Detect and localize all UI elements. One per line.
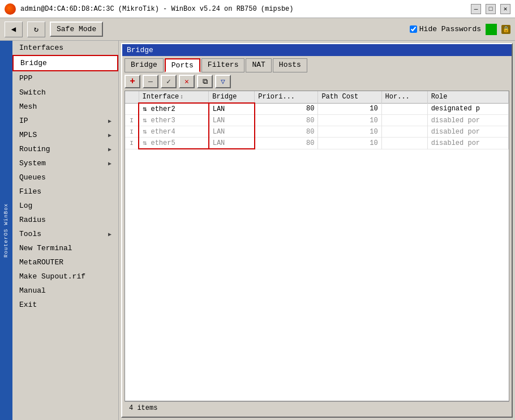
sidebar: RouterOS WinBox InterfacesBridgePPPSwitc… [0,41,119,420]
table-header-row: Interface ↕ Bridge Priori... Path Cost H… [125,91,509,103]
sidebar-item-bridge[interactable]: Bridge [12,55,118,71]
filter-button[interactable]: ▽ [215,75,231,88]
sidebar-label-exit: Exit [19,301,37,309]
minimize-button[interactable]: — [471,4,481,14]
sidebar-label-files: Files [19,187,41,196]
safe-mode-button[interactable]: Safe Mode [50,22,103,37]
sidebar-item-queues[interactable]: Queues [12,170,118,185]
tab-hosts[interactable]: Hosts [273,58,307,72]
add-button[interactable]: + [125,75,140,88]
lock-icon: 🔒 [501,25,510,34]
tab-nat[interactable]: NAT [246,58,271,72]
sidebar-item-make-supout[interactable]: Make Supout.rif [12,269,118,284]
cell-bridge: LAN [209,103,255,115]
sidebar-label-mpls: MPLS [19,131,37,139]
status-bar: 4 items [125,401,509,414]
bridge-window-title: Bridge [122,44,512,56]
submenu-arrow-icon: ▶ [108,231,111,238]
hide-passwords-checkbox-label[interactable]: Hide Passwords [410,25,481,33]
col-priority[interactable]: Priori... [255,91,318,103]
sidebar-item-exit[interactable]: Exit [12,298,118,312]
sidebar-item-manual[interactable]: Manual [12,284,118,298]
disable-button[interactable]: ✕ [179,75,195,88]
bridge-window: Bridge BridgePortsFiltersNATHosts + — ✓ … [121,43,513,418]
cell-priority: 80 [255,126,318,138]
app-icon [5,3,16,15]
sidebar-label-ppp: PPP [19,74,32,83]
col-bridge[interactable]: Bridge [209,91,255,103]
maximize-button[interactable]: □ [486,4,496,14]
sidebar-item-interfaces[interactable]: Interfaces [12,41,118,55]
tab-bridge[interactable]: Bridge [125,58,164,72]
cell-interface: ⇅ ether3 [139,115,209,126]
main-layout: RouterOS WinBox InterfacesBridgePPPSwitc… [0,41,515,420]
cell-role: disabled por [427,115,508,126]
sidebar-item-ip[interactable]: IP▶ [12,114,118,128]
tab-filters[interactable]: Filters [201,58,245,72]
title-controls: — □ ✕ [471,4,510,14]
sidebar-item-metarouter[interactable]: MetaROUTER [12,255,118,269]
table-row[interactable]: I⇅ ether5LAN8010disabled por [125,138,509,149]
sidebar-item-mpls[interactable]: MPLS▶ [12,128,118,142]
sidebar-item-tools[interactable]: Tools▶ [12,227,118,241]
cell-bridge: LAN [209,126,255,138]
close-button[interactable]: ✕ [500,4,510,14]
title-bar-left: admin@D4:CA:6D:D8:AC:3C (MikroTik) - Win… [5,3,293,15]
sidebar-item-mesh[interactable]: Mesh [12,100,118,114]
sidebar-item-switch[interactable]: Switch [12,85,118,100]
cell-flags: I [125,126,139,138]
edit-button[interactable]: ✓ [161,75,177,88]
sidebar-item-ppp[interactable]: PPP [12,71,118,85]
cell-bridge: LAN [209,138,255,149]
sidebar-label-routing: Routing [19,145,50,153]
sidebar-label-tools: Tools [19,230,41,238]
submenu-arrow-icon: ▶ [108,146,111,153]
ports-table: Interface ↕ Bridge Priori... Path Cost H… [125,91,509,401]
window-title: admin@D4:CA:6D:D8:AC:3C (MikroTik) - Win… [20,5,293,13]
sort-arrow-icon: ↕ [180,94,183,100]
sidebar-label-queues: Queues [19,173,46,182]
sidebar-item-routing[interactable]: Routing▶ [12,142,118,156]
cell-priority: 80 [255,115,318,126]
remove-button[interactable]: — [143,75,158,88]
tab-ports[interactable]: Ports [165,58,200,72]
sidebar-label-metarouter: MetaROUTER [19,258,63,267]
sidebar-item-files[interactable]: Files [12,185,118,199]
cell-interface: ⇅ ether5 [139,138,209,149]
col-path-cost[interactable]: Path Cost [318,91,381,103]
copy-button[interactable]: ⧉ [197,75,213,88]
submenu-arrow-icon: ▶ [108,160,111,167]
col-interface[interactable]: Interface ↕ [139,91,209,103]
sidebar-label-new-terminal: New Terminal [19,244,72,252]
refresh-button[interactable]: ↻ [27,22,45,37]
cell-horizon [381,103,427,115]
sidebar-item-new-terminal[interactable]: New Terminal [12,241,118,255]
table-row[interactable]: ⇅ ether2LAN8010designated p [125,103,509,115]
connection-status-indicator [486,24,497,35]
cell-interface: ⇅ ether4 [139,126,209,138]
col-role[interactable]: Role [427,91,508,103]
cell-horizon [381,138,427,149]
sidebar-label-manual: Manual [19,286,46,295]
sidebar-item-system[interactable]: System▶ [12,156,118,170]
content-area: Bridge BridgePortsFiltersNATHosts + — ✓ … [119,41,515,420]
table-row[interactable]: I⇅ ether3LAN8010disabled por [125,115,509,126]
table-toolbar: + — ✓ ✕ ⧉ ▽ [125,75,509,88]
back-button[interactable]: ◀ [5,22,23,37]
refresh-icon: ↻ [34,24,38,34]
cell-role: disabled por [427,138,508,149]
cell-path-cost: 10 [318,138,381,149]
hide-passwords-checkbox[interactable] [410,25,417,33]
cell-horizon [381,115,427,126]
cell-path-cost: 10 [318,126,381,138]
sidebar-label-radius: Radius [19,216,46,224]
col-horizon[interactable]: Hor... [381,91,427,103]
cell-bridge: LAN [209,115,255,126]
sidebar-item-radius[interactable]: Radius [12,213,118,227]
hide-passwords-label: Hide Passwords [419,25,481,33]
sidebar-label-log: Log [19,202,32,210]
cell-interface: ⇅ ether2 [139,103,209,115]
table-row[interactable]: I⇅ ether4LAN8010disabled por [125,126,509,138]
sidebar-item-log[interactable]: Log [12,199,118,213]
cell-flags: I [125,138,139,149]
